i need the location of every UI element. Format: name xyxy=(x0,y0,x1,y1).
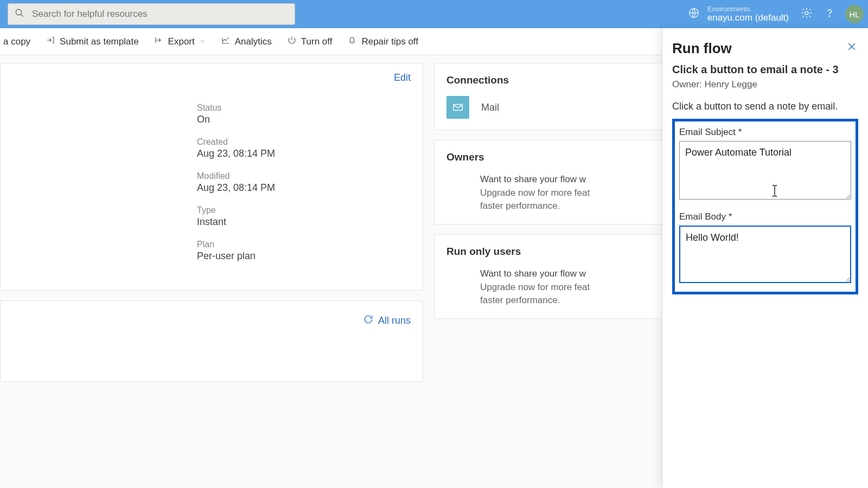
email-body-input[interactable] xyxy=(679,226,851,283)
chevron-down-icon xyxy=(199,36,206,47)
chart-icon xyxy=(221,35,231,48)
connection-name: Mail xyxy=(481,102,499,113)
question-icon xyxy=(824,7,835,21)
cmd-label: Submit as template xyxy=(60,36,139,47)
runonly-placeholder-icon xyxy=(446,267,469,290)
detail-value: Aug 23, 08:14 PM xyxy=(197,182,423,194)
cmd-label: Analytics xyxy=(235,36,272,47)
svg-point-4 xyxy=(829,16,829,16)
cmd-label: a copy xyxy=(3,36,30,47)
detail-value: Per-user plan xyxy=(197,251,423,262)
detail-value: Instant xyxy=(197,216,423,228)
detail-type: Type Instant xyxy=(197,206,423,228)
cmd-label: Turn off xyxy=(301,36,333,47)
detail-status: Status On xyxy=(197,103,423,125)
search-input[interactable] xyxy=(32,9,288,20)
refresh-icon xyxy=(363,314,374,328)
help-button[interactable] xyxy=(818,3,841,25)
environment-icon xyxy=(688,7,700,21)
export-icon xyxy=(154,35,164,48)
environment-label: Environments xyxy=(707,5,789,13)
detail-plan: Plan Per-user plan xyxy=(197,240,423,262)
close-button[interactable] xyxy=(845,40,858,55)
mail-icon xyxy=(446,96,469,119)
owners-upsell-text: Want to share your flow w Upgrade now fo… xyxy=(480,173,590,213)
app-header: Environments enayu.com (default) HL xyxy=(0,0,868,28)
email-body-label: Email Body * xyxy=(679,211,851,222)
avatar[interactable]: HL xyxy=(845,5,864,23)
cmd-analytics[interactable]: Analytics xyxy=(213,28,279,55)
flow-details-card: Edit Status On Created Aug 23, 08:14 PM … xyxy=(0,63,423,291)
detail-modified: Modified Aug 23, 08:14 PM xyxy=(197,171,423,194)
email-subject-input[interactable] xyxy=(679,141,851,200)
flow-owner: Owner: Henry Legge xyxy=(672,79,858,90)
close-icon xyxy=(846,44,857,54)
run-inputs-group: Email Subject * Email Body * xyxy=(672,119,858,294)
detail-label: Type xyxy=(197,206,423,215)
detail-created: Created Aug 23, 08:14 PM xyxy=(197,137,423,159)
flow-name: Click a button to email a note - 3 xyxy=(672,63,858,76)
run-flow-panel: Run flow Click a button to email a note … xyxy=(662,28,868,488)
gear-icon xyxy=(801,7,813,21)
arrow-right-box-icon xyxy=(46,35,55,48)
all-runs-label: All runs xyxy=(378,315,411,326)
email-subject-label: Email Subject * xyxy=(679,127,851,138)
cmd-label: Repair tips off xyxy=(361,36,418,47)
cmd-export[interactable]: Export xyxy=(146,28,213,55)
search-box[interactable] xyxy=(8,3,295,25)
detail-label: Created xyxy=(197,137,423,147)
detail-label: Plan xyxy=(197,240,423,249)
runonly-upsell-text: Want to share your flow w Upgrade now fo… xyxy=(480,267,590,307)
cmd-save-copy[interactable]: a copy xyxy=(3,28,38,55)
edit-link[interactable]: Edit xyxy=(394,72,411,84)
svg-point-0 xyxy=(16,9,22,15)
cmd-repair-tips[interactable]: Repair tips off xyxy=(340,28,426,55)
search-icon xyxy=(15,8,24,20)
svg-point-3 xyxy=(805,11,808,15)
owners-placeholder-icon xyxy=(446,173,469,196)
detail-value: On xyxy=(197,114,423,125)
detail-label: Modified xyxy=(197,171,423,181)
environment-name: enayu.com (default) xyxy=(707,13,789,23)
cmd-turn-off[interactable]: Turn off xyxy=(279,28,340,55)
flow-description: Click a button to send a note by email. xyxy=(672,101,858,112)
power-icon xyxy=(287,35,297,48)
settings-button[interactable] xyxy=(795,3,818,25)
panel-title: Run flow xyxy=(672,40,732,57)
bell-icon xyxy=(347,35,357,48)
avatar-initials: HL xyxy=(849,10,859,19)
detail-label: Status xyxy=(197,103,423,113)
detail-value: Aug 23, 08:14 PM xyxy=(197,148,423,159)
runs-card: All runs xyxy=(0,300,423,382)
all-runs-link[interactable]: All runs xyxy=(363,314,411,328)
svg-line-1 xyxy=(21,14,23,17)
svg-rect-5 xyxy=(454,105,463,111)
cmd-label: Export xyxy=(168,36,195,47)
cmd-submit-template[interactable]: Submit as template xyxy=(38,28,146,55)
environment-picker[interactable]: Environments enayu.com (default) xyxy=(688,5,789,23)
